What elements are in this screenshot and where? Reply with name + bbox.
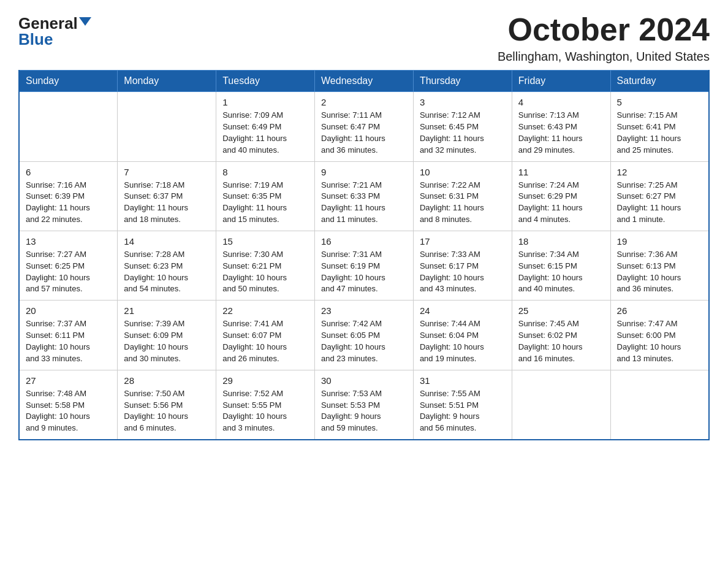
day-number: 12 [617, 167, 702, 177]
calendar-cell: 29Sunrise: 7:52 AMSunset: 5:55 PMDayligh… [216, 370, 315, 440]
day-of-week-header: Thursday [413, 71, 512, 92]
calendar-week-row: 13Sunrise: 7:27 AMSunset: 6:25 PMDayligh… [19, 231, 709, 300]
day-info: Sunrise: 7:34 AMSunset: 6:15 PMDaylight:… [518, 249, 604, 295]
calendar-cell: 2Sunrise: 7:11 AMSunset: 6:47 PMDaylight… [315, 92, 414, 161]
calendar-cell [512, 370, 610, 440]
day-number: 14 [124, 236, 210, 247]
day-number: 1 [222, 97, 308, 107]
day-info: Sunrise: 7:33 AMSunset: 6:17 PMDaylight:… [420, 249, 506, 295]
day-number: 28 [124, 375, 210, 386]
day-info: Sunrise: 7:28 AMSunset: 6:23 PMDaylight:… [124, 249, 210, 295]
day-of-week-header: Sunday [19, 71, 118, 92]
month-title: October 2024 [498, 12, 710, 47]
day-number: 31 [420, 375, 506, 386]
day-number: 19 [617, 236, 702, 247]
logo: General Blue [18, 12, 91, 47]
day-number: 27 [26, 375, 111, 386]
day-info: Sunrise: 7:21 AMSunset: 6:33 PMDaylight:… [321, 180, 407, 226]
day-info: Sunrise: 7:27 AMSunset: 6:25 PMDaylight:… [26, 249, 111, 295]
calendar-cell: 3Sunrise: 7:12 AMSunset: 6:45 PMDaylight… [413, 92, 512, 161]
title-block: October 2024 Bellingham, Washington, Uni… [498, 12, 710, 64]
day-info: Sunrise: 7:48 AMSunset: 5:58 PMDaylight:… [26, 388, 111, 434]
location-subtitle: Bellingham, Washington, United States [498, 50, 710, 64]
day-number: 13 [26, 236, 111, 247]
day-info: Sunrise: 7:22 AMSunset: 6:31 PMDaylight:… [420, 180, 506, 226]
calendar-cell: 24Sunrise: 7:44 AMSunset: 6:04 PMDayligh… [413, 301, 512, 370]
calendar-cell: 10Sunrise: 7:22 AMSunset: 6:31 PMDayligh… [413, 161, 512, 231]
day-number: 20 [26, 305, 111, 316]
day-of-week-header: Friday [512, 71, 610, 92]
calendar-cell: 6Sunrise: 7:16 AMSunset: 6:39 PMDaylight… [19, 161, 118, 231]
day-info: Sunrise: 7:24 AMSunset: 6:29 PMDaylight:… [518, 180, 604, 226]
day-number: 9 [321, 167, 407, 177]
day-number: 10 [420, 167, 506, 177]
calendar-cell: 19Sunrise: 7:36 AMSunset: 6:13 PMDayligh… [610, 231, 709, 300]
day-info: Sunrise: 7:39 AMSunset: 6:09 PMDaylight:… [124, 318, 210, 364]
calendar-cell: 30Sunrise: 7:53 AMSunset: 5:53 PMDayligh… [315, 370, 414, 440]
calendar-cell: 26Sunrise: 7:47 AMSunset: 6:00 PMDayligh… [610, 301, 709, 370]
day-number: 22 [222, 305, 308, 316]
calendar-cell: 16Sunrise: 7:31 AMSunset: 6:19 PMDayligh… [315, 231, 414, 300]
calendar-cell: 27Sunrise: 7:48 AMSunset: 5:58 PMDayligh… [19, 370, 118, 440]
calendar-table: SundayMondayTuesdayWednesdayThursdayFrid… [18, 70, 710, 440]
calendar-week-row: 1Sunrise: 7:09 AMSunset: 6:49 PMDaylight… [19, 92, 709, 161]
calendar-cell: 21Sunrise: 7:39 AMSunset: 6:09 PMDayligh… [118, 301, 216, 370]
day-number: 4 [518, 97, 604, 107]
day-info: Sunrise: 7:47 AMSunset: 6:00 PMDaylight:… [617, 318, 702, 364]
calendar-cell: 23Sunrise: 7:42 AMSunset: 6:05 PMDayligh… [315, 301, 414, 370]
calendar-cell: 8Sunrise: 7:19 AMSunset: 6:35 PMDaylight… [216, 161, 315, 231]
calendar-cell: 15Sunrise: 7:30 AMSunset: 6:21 PMDayligh… [216, 231, 315, 300]
calendar-week-row: 27Sunrise: 7:48 AMSunset: 5:58 PMDayligh… [19, 370, 709, 440]
day-info: Sunrise: 7:42 AMSunset: 6:05 PMDaylight:… [321, 318, 407, 364]
day-number: 8 [222, 167, 308, 177]
calendar-cell: 22Sunrise: 7:41 AMSunset: 6:07 PMDayligh… [216, 301, 315, 370]
day-info: Sunrise: 7:41 AMSunset: 6:07 PMDaylight:… [222, 318, 308, 364]
calendar-cell: 31Sunrise: 7:55 AMSunset: 5:51 PMDayligh… [413, 370, 512, 440]
day-info: Sunrise: 7:30 AMSunset: 6:21 PMDaylight:… [222, 249, 308, 295]
day-info: Sunrise: 7:45 AMSunset: 6:02 PMDaylight:… [518, 318, 604, 364]
calendar-week-row: 6Sunrise: 7:16 AMSunset: 6:39 PMDaylight… [19, 161, 709, 231]
day-number: 6 [26, 167, 111, 177]
day-number: 24 [420, 305, 506, 316]
day-info: Sunrise: 7:25 AMSunset: 6:27 PMDaylight:… [617, 180, 702, 226]
day-number: 3 [420, 97, 506, 107]
day-info: Sunrise: 7:53 AMSunset: 5:53 PMDaylight:… [321, 388, 407, 434]
day-number: 5 [617, 97, 702, 107]
calendar-cell: 5Sunrise: 7:15 AMSunset: 6:41 PMDaylight… [610, 92, 709, 161]
day-info: Sunrise: 7:50 AMSunset: 5:56 PMDaylight:… [124, 388, 210, 434]
day-number: 2 [321, 97, 407, 107]
day-number: 29 [222, 375, 308, 386]
day-number: 18 [518, 236, 604, 247]
day-info: Sunrise: 7:16 AMSunset: 6:39 PMDaylight:… [26, 180, 111, 226]
calendar-cell: 7Sunrise: 7:18 AMSunset: 6:37 PMDaylight… [118, 161, 216, 231]
calendar-cell: 28Sunrise: 7:50 AMSunset: 5:56 PMDayligh… [118, 370, 216, 440]
calendar-week-row: 20Sunrise: 7:37 AMSunset: 6:11 PMDayligh… [19, 301, 709, 370]
day-number: 16 [321, 236, 407, 247]
day-info: Sunrise: 7:15 AMSunset: 6:41 PMDaylight:… [617, 110, 702, 156]
calendar-cell: 11Sunrise: 7:24 AMSunset: 6:29 PMDayligh… [512, 161, 610, 231]
calendar-cell: 13Sunrise: 7:27 AMSunset: 6:25 PMDayligh… [19, 231, 118, 300]
day-info: Sunrise: 7:12 AMSunset: 6:45 PMDaylight:… [420, 110, 506, 156]
day-info: Sunrise: 7:52 AMSunset: 5:55 PMDaylight:… [222, 388, 308, 434]
calendar-cell: 1Sunrise: 7:09 AMSunset: 6:49 PMDaylight… [216, 92, 315, 161]
logo-triangle-icon [79, 17, 91, 26]
day-of-week-header: Saturday [610, 71, 709, 92]
day-info: Sunrise: 7:31 AMSunset: 6:19 PMDaylight:… [321, 249, 407, 295]
calendar-cell: 20Sunrise: 7:37 AMSunset: 6:11 PMDayligh… [19, 301, 118, 370]
day-number: 17 [420, 236, 506, 247]
day-number: 23 [321, 305, 407, 316]
calendar-cell: 9Sunrise: 7:21 AMSunset: 6:33 PMDaylight… [315, 161, 414, 231]
calendar-cell: 14Sunrise: 7:28 AMSunset: 6:23 PMDayligh… [118, 231, 216, 300]
day-number: 7 [124, 167, 210, 177]
day-info: Sunrise: 7:55 AMSunset: 5:51 PMDaylight:… [420, 388, 506, 434]
day-info: Sunrise: 7:13 AMSunset: 6:43 PMDaylight:… [518, 110, 604, 156]
logo-general-text: General [18, 15, 78, 31]
calendar-cell: 25Sunrise: 7:45 AMSunset: 6:02 PMDayligh… [512, 301, 610, 370]
day-number: 15 [222, 236, 308, 247]
day-of-week-header: Monday [118, 71, 216, 92]
day-info: Sunrise: 7:09 AMSunset: 6:49 PMDaylight:… [222, 110, 308, 156]
day-number: 26 [617, 305, 702, 316]
day-number: 30 [321, 375, 407, 386]
day-of-week-header: Tuesday [216, 71, 315, 92]
calendar-cell [118, 92, 216, 161]
